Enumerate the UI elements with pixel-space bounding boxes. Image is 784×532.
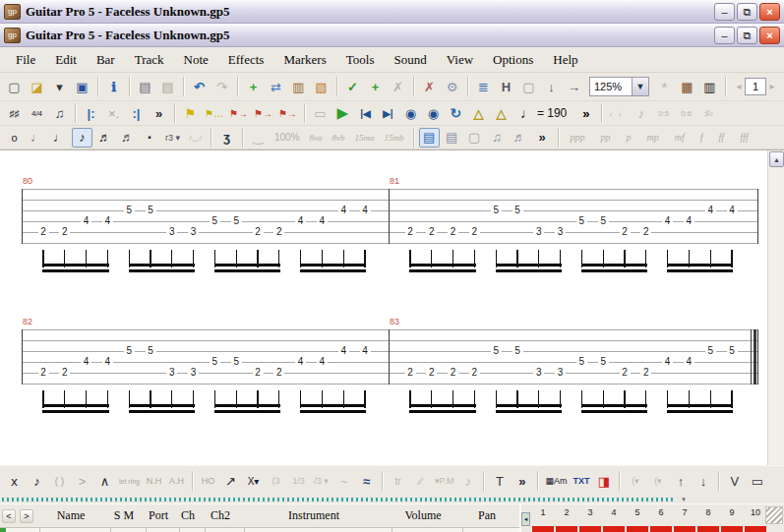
- tab-note[interactable]: 2: [253, 367, 264, 378]
- play-icon[interactable]: ▶: [332, 103, 353, 123]
- tab-note[interactable]: 5: [598, 356, 609, 367]
- tab-note[interactable]: 4: [360, 345, 371, 356]
- bar-number[interactable]: 4: [602, 507, 626, 517]
- tab-note[interactable]: 2: [426, 226, 437, 237]
- tab-note[interactable]: 3: [188, 367, 199, 378]
- tab-note[interactable]: 5: [576, 215, 587, 226]
- tab-note[interactable]: 3: [166, 226, 177, 237]
- repeat-open-icon[interactable]: |:: [81, 103, 101, 123]
- tab-note[interactable]: 4: [317, 215, 328, 226]
- tab-note[interactable]: 3: [555, 226, 566, 237]
- menu-edit[interactable]: Edit: [45, 49, 87, 71]
- tab-note[interactable]: 4: [295, 356, 306, 367]
- text-icon[interactable]: TXT: [571, 471, 591, 491]
- add-marker-icon[interactable]: ⚑: [180, 103, 201, 123]
- bar-cell[interactable]: [579, 526, 601, 532]
- pick-stroke-icon[interactable]: V: [724, 471, 745, 491]
- score-tablature-area[interactable]: ▲ 80224455335522444481222255335522444482…: [0, 149, 784, 465]
- bar-cell[interactable]: [650, 526, 672, 532]
- minimize-button[interactable]: –: [714, 3, 735, 21]
- tempo-display[interactable]: ♩ = 190: [520, 105, 567, 121]
- tuplet-icon[interactable]: ♫: [49, 103, 70, 123]
- tab-note[interactable]: 2: [405, 226, 416, 237]
- tab-note[interactable]: 5: [231, 356, 242, 367]
- track-prev-button[interactable]: <: [2, 509, 16, 523]
- view-multitrack-icon[interactable]: ▤: [419, 128, 440, 148]
- tab-note[interactable]: 4: [338, 345, 349, 356]
- eighth-note-icon[interactable]: ♪: [72, 128, 92, 148]
- tab-note[interactable]: 2: [469, 226, 480, 237]
- bar-arrange-icon[interactable]: ⇄: [266, 77, 286, 96]
- tab-note[interactable]: 4: [360, 205, 371, 215]
- tab-note[interactable]: 3: [188, 226, 199, 237]
- tab-note[interactable]: 2: [38, 367, 49, 378]
- tab-note[interactable]: 2: [640, 226, 651, 237]
- bar-timeline-panel[interactable]: ◂ 12345678910: [519, 504, 784, 532]
- timeline-nav-icon[interactable]: ◂: [521, 512, 530, 526]
- bar-cell[interactable]: [556, 526, 577, 532]
- bar-number[interactable]: 5: [626, 507, 649, 517]
- menu-note[interactable]: Note: [174, 49, 218, 71]
- play-song-icon[interactable]: ◉: [400, 103, 421, 123]
- tab-note[interactable]: 5: [513, 345, 523, 356]
- tab-note[interactable]: 4: [81, 215, 91, 226]
- repeat-close-icon[interactable]: :|: [126, 103, 147, 123]
- time-signature-icon[interactable]: 4/4: [27, 103, 47, 123]
- play-along-icon[interactable]: ◉: [423, 103, 444, 123]
- tab-note[interactable]: 5: [210, 356, 220, 367]
- scroll-right-view-icon[interactable]: →: [564, 77, 584, 96]
- view-score-icon[interactable]: ▤: [442, 128, 462, 148]
- fermata-icon[interactable]: ▭: [747, 471, 767, 491]
- prev-marker-icon[interactable]: ⚑→: [252, 103, 274, 123]
- tremolo-bar-icon[interactable]: X▾: [243, 471, 264, 491]
- key-signature-icon[interactable]: ♯♯: [4, 103, 25, 123]
- tuplet-select-icon[interactable]: r3 ▾: [162, 128, 183, 148]
- tab-note[interactable]: 2: [620, 226, 631, 237]
- page-number-field[interactable]: 1: [745, 78, 766, 95]
- undo-icon[interactable]: ↶: [189, 77, 210, 96]
- upstroke-icon[interactable]: ↑: [670, 471, 691, 491]
- tab-note[interactable]: 4: [684, 215, 694, 226]
- menu-markers[interactable]: Markers: [273, 49, 335, 71]
- tab-note[interactable]: 5: [705, 345, 716, 356]
- chord-diagram-icon[interactable]: ▦Am: [543, 471, 569, 491]
- tab-note[interactable]: 2: [273, 226, 284, 237]
- insert-bar-icon[interactable]: +: [243, 77, 264, 96]
- tab-note[interactable]: 5: [513, 205, 523, 215]
- tab-note[interactable]: 4: [338, 205, 349, 215]
- tab-note[interactable]: 2: [426, 367, 437, 378]
- resize-grip[interactable]: [765, 506, 783, 524]
- overflow-chevron-icon[interactable]: »: [532, 128, 553, 148]
- save-icon[interactable]: ▣: [72, 77, 92, 96]
- menu-effects[interactable]: Effects: [218, 49, 274, 71]
- vertical-scrollbar[interactable]: ▲: [767, 150, 784, 465]
- tab-note[interactable]: 2: [448, 226, 458, 237]
- tab-note[interactable]: 5: [231, 215, 242, 226]
- downstroke-icon[interactable]: ↓: [693, 471, 713, 491]
- tab-note[interactable]: 4: [81, 356, 91, 367]
- whole-note-icon[interactable]: o: [4, 128, 25, 148]
- tab-note[interactable]: 5: [210, 215, 220, 226]
- bar-cell[interactable]: [697, 526, 719, 532]
- tab-note[interactable]: 3: [533, 226, 544, 237]
- scroll-down-view-icon[interactable]: ↓: [541, 77, 562, 96]
- new-file-icon[interactable]: ▢: [4, 77, 25, 96]
- menu-tools[interactable]: Tools: [336, 49, 385, 71]
- tab-note[interactable]: 3: [555, 367, 566, 378]
- restore-button[interactable]: ⧉: [737, 27, 757, 44]
- menu-bar[interactable]: Bar: [87, 49, 125, 71]
- auto-duration-icon[interactable]: ♫: [487, 128, 508, 148]
- quarter-note-icon[interactable]: ♩: [49, 128, 70, 148]
- thirtysecond-note-icon[interactable]: ♬: [117, 128, 138, 148]
- tab-note[interactable]: 2: [469, 367, 480, 378]
- tab-note[interactable]: 5: [124, 205, 135, 215]
- menu-view[interactable]: View: [437, 49, 483, 71]
- rest-icon[interactable]: ʒ: [216, 128, 237, 148]
- multitrack-view-icon[interactable]: ≣: [473, 77, 494, 96]
- next-page-icon[interactable]: ▸: [766, 78, 778, 95]
- marker-list-icon[interactable]: ⚑…: [203, 103, 225, 123]
- dead-note-icon[interactable]: x: [4, 471, 25, 491]
- fretboard-icon[interactable]: ▦: [677, 77, 697, 96]
- track-next-button[interactable]: >: [20, 509, 33, 523]
- tab-note[interactable]: 2: [59, 226, 70, 237]
